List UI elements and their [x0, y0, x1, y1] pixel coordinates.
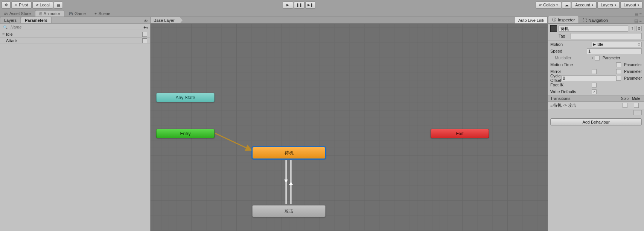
account-button[interactable]: Account▾ [572, 2, 597, 9]
auto-live-link-button[interactable]: Auto Live Link [515, 17, 548, 24]
node-state-attack[interactable]: 攻击 [252, 205, 326, 217]
transition-mute-checkbox[interactable] [634, 103, 639, 108]
breadcrumb-item[interactable]: Base Layer [151, 17, 180, 23]
tab-layers-side[interactable]: Layers [0, 17, 21, 23]
svg-line-0 [215, 133, 252, 151]
speed-label: Speed [550, 49, 587, 53]
node-exit[interactable]: Exit [431, 129, 489, 138]
foot-ik-label: Foot IK [550, 83, 592, 87]
mirror-param-checkbox[interactable] [616, 69, 621, 74]
panel-menu-button[interactable]: ▤ ≡ [632, 12, 644, 17]
eye-icon[interactable]: 👁 [142, 19, 150, 23]
motion-clip-icon: ▶ [593, 42, 596, 46]
parameter-checkbox[interactable] [142, 32, 147, 37]
inspector-panel: ⓘInspector ⛶Navigation ▤≡ ? ⚙ Tag Motion… [548, 17, 644, 231]
animator-canvas-panel: Base Layer Auto Live Link Any State Entr… [151, 17, 548, 231]
write-defaults-checkbox[interactable] [592, 89, 597, 94]
game-icon: 🎮 [69, 12, 73, 16]
motion-field[interactable]: ▶Idle⊙ [592, 42, 642, 47]
node-state-idle[interactable]: 待机 [252, 147, 326, 159]
parameter-checkbox[interactable] [142, 38, 147, 43]
animator-graph[interactable]: Any State Entry Exit 待机 攻击 [151, 24, 548, 231]
transitions-header: Transitions [550, 96, 619, 101]
parameter-item[interactable]: =Idle [0, 31, 150, 38]
parameter-search-input[interactable] [9, 24, 143, 30]
breadcrumb: Base Layer [151, 17, 548, 24]
settings-gear-icon[interactable]: ⚙ [636, 26, 642, 31]
tag-input[interactable] [571, 33, 642, 39]
local-button[interactable]: ⟳ Local [32, 2, 53, 9]
layout-button[interactable]: Layout▾ [620, 2, 642, 9]
drag-handle-icon[interactable]: ≡ [550, 103, 552, 108]
motion-time-label: Motion Time [550, 62, 592, 67]
object-picker-icon[interactable]: ⊙ [638, 42, 641, 46]
mute-header: Mute [630, 97, 642, 101]
add-parameter-button[interactable]: +▾ [143, 25, 149, 30]
pause-button[interactable]: ❚❚ [294, 2, 304, 9]
svg-marker-2 [284, 180, 288, 183]
state-icon [550, 25, 557, 32]
cloud-button[interactable]: ☁ [562, 2, 571, 9]
editor-tabstrip: 🛍Asset Store ⊞Animator 🎮Game ✦Scene ▤ ≡ [0, 10, 644, 17]
search-icon: 🔍 [3, 25, 8, 29]
layers-button[interactable]: Layers▾ [597, 2, 620, 9]
info-icon: ⓘ [552, 17, 556, 23]
cycleoffset-param-checkbox[interactable] [616, 76, 621, 81]
transition-solo-checkbox[interactable] [623, 103, 627, 108]
motion-label: Motion [550, 42, 592, 47]
tag-label: Tag [559, 34, 569, 38]
tab-inspector[interactable]: ⓘInspector [548, 16, 579, 23]
transition-item[interactable]: ≡ 待机 -> 攻击 [548, 102, 644, 109]
solo-header: Solo [619, 97, 630, 101]
add-behaviour-button[interactable]: Add Behaviour [550, 118, 642, 125]
tab-asset-store[interactable]: 🛍Asset Store [0, 10, 35, 17]
parameter-item[interactable]: =Attack [0, 38, 150, 44]
tab-navigation[interactable]: ⛶Navigation [579, 17, 612, 23]
scene-icon: ✦ [94, 12, 97, 16]
nav-icon: ⛶ [583, 18, 587, 23]
motiontime-param-checkbox[interactable] [616, 62, 621, 67]
hand-tool-button[interactable]: ✥ [2, 2, 11, 9]
multiplier-label: Multiplier [550, 56, 592, 60]
remove-transition-button[interactable]: − [633, 110, 642, 115]
mirror-label: Mirror [550, 69, 592, 74]
tab-scene[interactable]: ✦Scene [90, 10, 114, 17]
tab-animator[interactable]: ⊞Animator [35, 10, 64, 17]
write-defaults-label: Write Defaults [550, 89, 592, 94]
cycle-offset-input[interactable] [561, 75, 616, 81]
parameters-panel: Layers Parameters 👁 🔍 +▾ =Idle =Attack [0, 17, 151, 231]
svg-marker-4 [289, 182, 293, 185]
bag-icon: 🛍 [4, 12, 8, 16]
node-entry[interactable]: Entry [156, 129, 215, 138]
node-any-state[interactable]: Any State [156, 93, 215, 102]
multiplier-param-checkbox[interactable] [595, 56, 600, 60]
play-button[interactable]: ▶ [283, 2, 293, 9]
snap-button[interactable]: ▦ [54, 2, 63, 9]
help-button[interactable]: ? [630, 26, 635, 31]
foot-ik-checkbox[interactable] [592, 83, 597, 88]
animator-icon: ⊞ [39, 12, 42, 16]
speed-input[interactable] [587, 48, 642, 54]
tab-parameters-side[interactable]: Parameters [21, 17, 52, 23]
step-button[interactable]: ▶❚ [305, 2, 316, 9]
main-toolbar: ✥ ⊕ Pivot ⟳ Local ▦ ▶ ❚❚ ▶❚ ⟳ Collab▾ ☁ … [0, 0, 644, 10]
tab-game[interactable]: 🎮Game [64, 10, 90, 17]
state-name-input[interactable] [559, 26, 628, 32]
panel-menu-button[interactable]: ▤≡ [632, 18, 644, 23]
mirror-checkbox[interactable] [592, 69, 597, 74]
pivot-button[interactable]: ⊕ Pivot [11, 2, 32, 9]
collab-button[interactable]: ⟳ Collab▾ [536, 2, 561, 9]
